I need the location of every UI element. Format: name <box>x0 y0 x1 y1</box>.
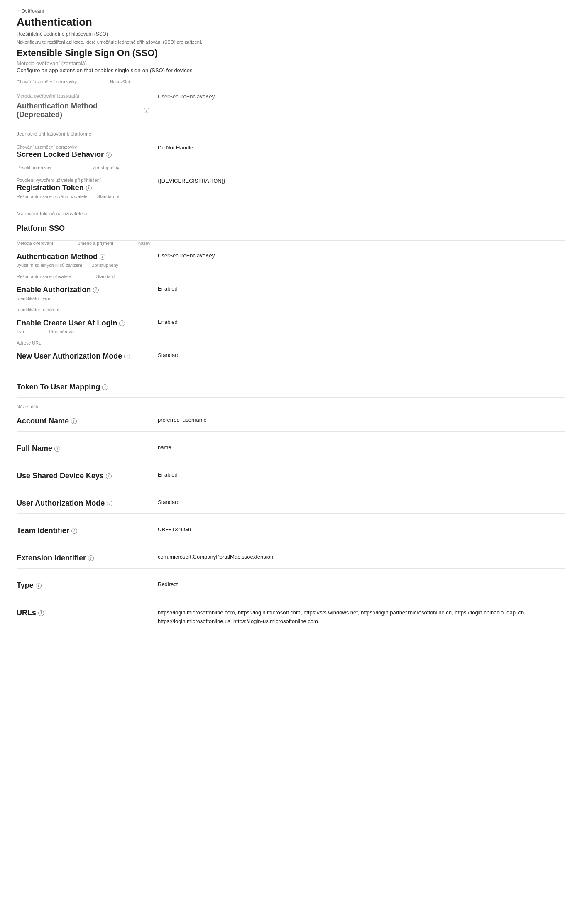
use-shared-device-keys-label: Use Shared Device Keys i <box>17 472 149 480</box>
reg-token-info-icon[interactable]: i <box>86 185 92 191</box>
deprecated-badge: Metoda ověřování (zastaralá) <box>17 93 149 98</box>
enable-auth-meta: Povolit autorizaci Zpřístupněný <box>17 165 565 170</box>
token-mapping-section-label: Mapování tokenů na uživatele a <box>17 211 565 217</box>
account-name-value: preferred_username <box>158 417 565 423</box>
extension-identifier-info-icon[interactable]: i <box>88 555 94 561</box>
account-name-info-icon[interactable]: i <box>71 418 77 424</box>
auth-method-platform-info-icon[interactable]: i <box>100 254 105 260</box>
enable-auth-platform-meta-label: Režim autorizace uživatele <box>17 274 71 279</box>
account-name-label: Account Name i <box>17 417 149 425</box>
use-shared-device-keys-row: Use Shared Device Keys i Enabled <box>17 466 565 486</box>
auth-method-platform-value: UserSecureEnclaveKey <box>158 252 565 259</box>
extension-identifier-row: Extension Identifier i com.microsoft.Com… <box>17 548 565 569</box>
new-user-auth-meta: Adresy URL <box>17 340 565 345</box>
token-to-user-mapping-row: Token To User Mapping i <box>17 377 565 398</box>
auth-method-deprecated-value: UserSecureEnclaveKey <box>158 93 565 100</box>
auth-method-platform-sub-label: využitím sdílených klíčů zařízení <box>17 263 82 268</box>
token-to-user-mapping-info-icon[interactable]: i <box>102 384 108 390</box>
enable-auth-meta-val: Zpřístupněný <box>93 165 119 170</box>
urls-info-icon[interactable]: i <box>38 610 44 616</box>
spacer4 <box>17 459 565 466</box>
reg-token-sub-label: Povolení vytvoření uživatele při přihláš… <box>17 178 149 183</box>
enable-create-user-meta: Identifikátor rozšíření <box>17 307 565 312</box>
enable-create-user-row: Enable Create User At Login i Typ Přesmě… <box>17 313 565 340</box>
enable-auth-platform-meta: Režim autorizace uživatele Standard <box>17 274 565 279</box>
new-user-auth-mode-info-icon[interactable]: i <box>124 354 130 359</box>
enable-create-user-value: Enabled <box>158 319 565 325</box>
reg-token-label: Registration Token i <box>17 183 149 192</box>
type-sub-label: Typ <box>17 329 24 334</box>
team-identifier-row: Team Identifier i UBF8T346G9 <box>17 521 565 541</box>
enable-create-user-info-icon[interactable]: i <box>119 320 125 326</box>
spacer9 <box>17 596 565 603</box>
reg-token-mode-val: Standardní <box>97 194 120 199</box>
full-name-row: Full Name i name <box>17 438 565 459</box>
type-sub-val: Přesměrovat <box>49 329 75 334</box>
user-auth-mode-row: User Authorization Mode i Standard <box>17 493 565 514</box>
extension-identifier-value: com.microsoft.CompanyPortalMac.ssoextens… <box>158 554 565 560</box>
spacer8 <box>17 569 565 575</box>
platform-sso-title: Platform SSO <box>17 224 149 233</box>
reg-token-mode-label: Režim autorizace nového uživatele <box>17 194 88 199</box>
platform-sso-row: Platform SSO <box>17 218 565 241</box>
urls-row: URLs i https://login.microsoftonline.com… <box>17 603 565 632</box>
spacer7 <box>17 541 565 548</box>
type-info-icon[interactable]: i <box>36 583 42 589</box>
page-big-title: Extensible Single Sign On (SSO) <box>17 48 565 59</box>
enable-auth-info-icon[interactable]: i <box>93 287 99 293</box>
screen-locked-label: Screen Locked Behavior i <box>17 150 149 159</box>
auth-method-platform-meta-label3: název <box>138 241 150 246</box>
auth-method-platform-sub-val: Zpřístupněný <box>92 263 118 268</box>
breadcrumb-chevron-icon: ^ <box>17 9 19 14</box>
reg-token-value: {{DEVICEREGISTRATION}} <box>158 178 565 184</box>
enable-auth-platform-meta-val: Standard <box>96 274 115 279</box>
team-identifier-value: UBF8T346G9 <box>158 526 565 533</box>
auth-method-deprecated-row: Metoda ověřování (zastaralá) Authenticat… <box>17 88 565 125</box>
user-auth-mode-info-icon[interactable]: i <box>107 501 112 506</box>
user-auth-mode-label: User Authorization Mode i <box>17 499 149 508</box>
page-title: Authentication <box>17 16 565 29</box>
full-name-info-icon[interactable]: i <box>54 446 60 452</box>
enable-auth-value: Enabled <box>158 286 565 292</box>
auth-method-platform-meta: Metoda ověřování Jméno a příjmení název <box>17 241 565 246</box>
extension-identifier-meta-label: Identifikátor rozšíření <box>17 307 59 312</box>
screen-locked-row: Chování uzamčení obrazovky Screen Locked… <box>17 139 565 165</box>
use-shared-device-keys-value: Enabled <box>158 472 565 478</box>
new-user-auth-mode-label: New User Authorization Mode i <box>17 352 149 361</box>
auth-method-platform-meta-label1: Metoda ověřování <box>17 241 53 246</box>
team-identifier-info-icon[interactable]: i <box>71 528 77 534</box>
enable-auth-label: Enable Authorization i <box>17 286 149 294</box>
use-shared-device-keys-info-icon[interactable]: i <box>106 473 112 479</box>
auth-method-deprecated-label: Authentication Method (Deprecated) i <box>17 102 149 119</box>
page-small-desc: Nakonfigurujte rozšíření aplikace, které… <box>17 39 565 44</box>
urls-meta-label: Adresy URL <box>17 340 41 345</box>
page-subtitle: Rozšiřitelné Jednotné přihlašování (SSO) <box>17 31 565 37</box>
spacer3 <box>17 432 565 438</box>
token-to-user-mapping-label: Token To User Mapping i <box>17 383 149 391</box>
full-name-label: Full Name i <box>17 444 149 453</box>
registration-token-row: Povolení vytvoření uživatele při přihláš… <box>17 172 565 205</box>
auth-method-platform-meta-label2: Jméno a příjmení <box>78 241 113 246</box>
screen-locked-meta-label: Chování uzamčení obrazovky <box>17 79 77 84</box>
breadcrumb-label: Ověřování <box>21 8 44 14</box>
deprecated-method-label: Metoda ověřování (zastaralá) <box>17 60 565 66</box>
spacer1 <box>17 367 565 377</box>
enable-auth-meta-label: Povolit autorizaci <box>17 165 51 170</box>
team-identifier-sub-label: Identifikátor týmu <box>17 296 51 301</box>
urls-label: URLs i <box>17 609 149 617</box>
account-name-row: Account Name i preferred_username <box>17 411 565 432</box>
new-user-auth-mode-value: Standard <box>158 352 565 358</box>
type-field-label: Type i <box>17 581 149 590</box>
team-identifier-label: Team Identifier i <box>17 526 149 535</box>
page-description: Configure an app extension that enables … <box>17 67 565 73</box>
spacer2 <box>17 398 565 404</box>
enable-create-user-label: Enable Create User At Login i <box>17 319 149 328</box>
screen-locked-meta-row: Chování uzamčení obrazovky Nezovšlat <box>17 79 565 84</box>
screen-locked-meta-value: Nezovšlat <box>110 79 130 84</box>
screen-locked-sub-label: Chování uzamčení obrazovky <box>17 144 149 149</box>
screen-locked-info-icon[interactable]: i <box>106 152 112 158</box>
spacer6 <box>17 514 565 521</box>
auth-method-deprecated-info-icon[interactable]: i <box>144 108 149 113</box>
new-user-auth-mode-row: New User Authorization Mode i Standard <box>17 346 565 367</box>
extension-identifier-label: Extension Identifier i <box>17 554 149 562</box>
